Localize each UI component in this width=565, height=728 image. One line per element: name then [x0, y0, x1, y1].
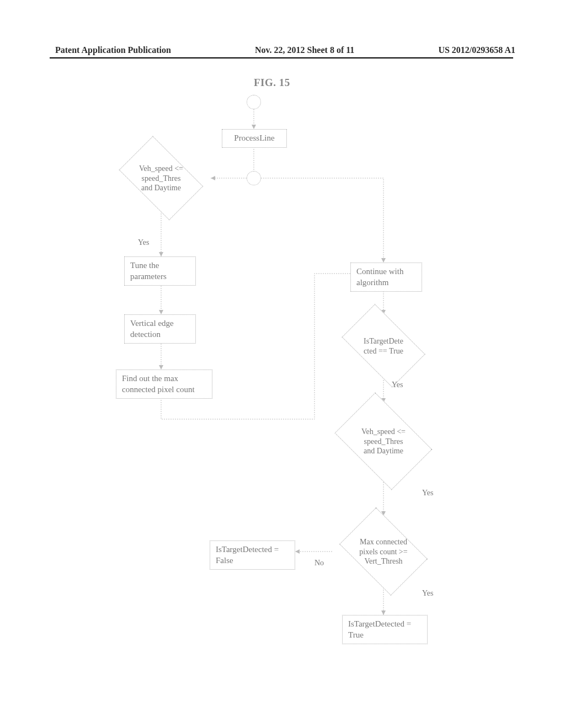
decision-speed-daytime-2: Veh_speed <= speed_Thres and Daytime: [327, 402, 440, 481]
joint-node: [247, 171, 261, 185]
tune-parameters-text: Tune the parameters: [130, 261, 167, 281]
find-max-text: Find out the max connected pixel count: [122, 374, 195, 394]
decision-istarget-text: IsTargetDete cted == True: [342, 336, 425, 356]
edge-yes-4: Yes: [422, 589, 433, 598]
process-line-text: ProcessLine: [234, 133, 274, 142]
svg-marker-1: [252, 125, 256, 129]
edge-yes-1: Yes: [138, 238, 149, 247]
find-max-box: Find out the max connected pixel count: [116, 370, 212, 399]
tune-parameters-box: Tune the parameters: [124, 256, 196, 286]
start-node: [247, 95, 261, 109]
header-left: Patent Application Publication: [55, 45, 171, 55]
decision-maxpix: Max connected pixels count >= Vert_Thres…: [333, 516, 434, 587]
svg-marker-22: [381, 611, 386, 615]
continue-text: Continue with algorithm: [356, 267, 403, 287]
vertical-edge-text: Vertical edge detection: [130, 319, 174, 339]
svg-marker-4: [211, 176, 215, 180]
result-false-box: IsTargetDetected = False: [210, 540, 295, 570]
svg-marker-6: [159, 252, 163, 256]
decision-speed-daytime-2-text: Veh_speed <= speed_Thres and Daytime: [342, 427, 425, 456]
page-header: Patent Application Publication Nov. 22, …: [0, 45, 565, 55]
figure-label: FIG. 15: [254, 77, 290, 89]
result-true-box: IsTargetDetected = True: [342, 615, 428, 644]
result-true-text: IsTargetDetected = True: [348, 619, 411, 639]
edge-no: No: [315, 559, 324, 568]
header-rule: [50, 57, 513, 58]
decision-speed-daytime-1: Veh_speed <= speed_Thres and Daytime: [111, 145, 211, 211]
header-center: Nov. 22, 2012 Sheet 8 of 11: [255, 45, 354, 55]
edge-yes-3: Yes: [422, 489, 433, 497]
continue-box: Continue with algorithm: [350, 263, 422, 292]
svg-marker-20: [295, 549, 300, 554]
edge-yes-2: Yes: [392, 381, 403, 389]
svg-marker-8: [159, 310, 163, 314]
header-right: US 2012/0293658 A1: [438, 45, 515, 55]
vertical-edge-box: Vertical edge detection: [124, 314, 196, 344]
decision-istarget: IsTargetDete cted == True: [334, 313, 433, 378]
process-line-box: ProcessLine: [222, 129, 287, 148]
flowchart: ProcessLine Veh_speed <= speed_Thres and…: [83, 94, 480, 667]
svg-marker-12: [381, 258, 386, 263]
decision-maxpix-text: Max connected pixels count >= Vert_Thres…: [342, 537, 425, 566]
svg-marker-10: [159, 365, 163, 370]
decision-speed-daytime-1-text: Veh_speed <= speed_Thres and Daytime: [120, 164, 202, 193]
result-false-text: IsTargetDetected = False: [216, 545, 279, 565]
